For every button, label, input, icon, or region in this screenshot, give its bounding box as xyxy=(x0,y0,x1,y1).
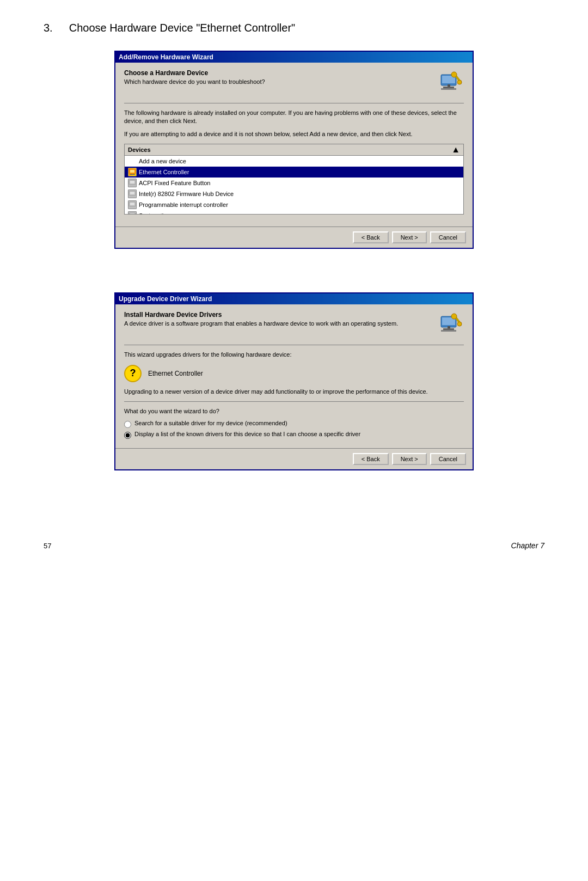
dialog2-cancel-button[interactable]: Cancel xyxy=(430,453,466,465)
intel-label: Intel(r) 82802 Firmware Hub Device xyxy=(139,191,234,197)
device-item-add-new[interactable]: Add a new device xyxy=(125,156,463,167)
radio-display-input[interactable] xyxy=(124,432,131,439)
device-item-programmable[interactable]: Programmable interrupt controller xyxy=(125,199,463,210)
programmable-label: Programmable interrupt controller xyxy=(139,201,228,208)
section-title: Choose Hardware Device "Ethernet Control… xyxy=(69,22,296,34)
intel-icon xyxy=(128,189,137,198)
dialog2-separator2 xyxy=(124,401,464,402)
timer-icon xyxy=(128,211,137,215)
dialog2-header-title: Install Hardware Device Drivers xyxy=(124,311,398,319)
dialog1-next-button[interactable]: Next > xyxy=(392,231,427,243)
dialog2-info2: Upgrading to a newer version of a device… xyxy=(124,388,464,396)
dialog1-back-button[interactable]: < Back xyxy=(353,231,389,243)
devices-list-header: Devices ▲ xyxy=(125,144,463,156)
dialog2-title: Upgrade Device Driver Wizard xyxy=(119,295,212,303)
dialog2-titlebar: Upgrade Device Driver Wizard xyxy=(115,293,473,304)
dialog2-header-text: Install Hardware Device Drivers A device… xyxy=(124,311,398,327)
section-number: 3. xyxy=(44,22,53,34)
device-item-label: Add a new device xyxy=(139,158,186,164)
dialog2-back-button[interactable]: < Back xyxy=(353,453,389,465)
ethernet-controller-icon xyxy=(128,168,137,176)
dialog1-body: Choose a Hardware Device Which hardware … xyxy=(115,63,473,227)
svg-rect-14 xyxy=(130,181,134,183)
svg-point-30 xyxy=(457,322,462,326)
upgrade-driver-dialog: Upgrade Device Driver Wizard Install Har… xyxy=(114,292,474,470)
devices-list-container[interactable]: Devices ▲ Add a new device xyxy=(124,144,464,215)
svg-point-6 xyxy=(451,72,457,77)
dialog2-info1: This wizard upgrades drivers for the fol… xyxy=(124,351,464,359)
dialog2-footer: < Back Next > Cancel xyxy=(115,448,473,469)
dialog1-info2: If you are attempting to add a device an… xyxy=(124,130,464,138)
page-footer: 57 Chapter 7 xyxy=(0,530,588,561)
dialog1-footer: < Back Next > Cancel xyxy=(115,227,473,248)
radio-option-display[interactable]: Display a list of the known drivers for … xyxy=(124,431,464,439)
svg-rect-20 xyxy=(130,213,134,215)
dialog1-header-subtitle: Which hardware device do you want to tro… xyxy=(124,78,265,85)
dialog1-cancel-button[interactable]: Cancel xyxy=(430,231,466,243)
dialog1-header-title: Choose a Hardware Device xyxy=(124,69,265,77)
device-item-acpi[interactable]: ACPI Fixed Feature Button xyxy=(125,178,463,188)
section-heading: 3. Choose Hardware Device "Ethernet Cont… xyxy=(44,22,544,34)
page-number: 57 xyxy=(44,542,51,550)
device-icon-add-new xyxy=(128,157,137,166)
svg-rect-4 xyxy=(448,84,450,87)
dialog1-header: Choose a Hardware Device Which hardware … xyxy=(124,69,464,95)
dialog1-header-text: Choose a Hardware Device Which hardware … xyxy=(124,69,265,85)
hardware-wizard-icon xyxy=(438,69,464,95)
svg-rect-18 xyxy=(130,203,134,205)
radio-search-input[interactable] xyxy=(124,421,131,428)
dialog2-body: Install Hardware Device Drivers A device… xyxy=(115,304,473,448)
svg-point-29 xyxy=(451,314,457,319)
svg-rect-16 xyxy=(130,192,134,194)
ethernet-controller-label: Ethernet Controller xyxy=(139,169,189,175)
device-item-intel[interactable]: Intel(r) 82802 Firmware Hub Device xyxy=(125,188,463,199)
device-name-label: Ethernet Controller xyxy=(148,370,203,377)
hardware-wizard-icon-2 xyxy=(438,311,464,337)
device-item-ethernet[interactable]: Ethernet Controller xyxy=(125,167,463,178)
device-row: ? Ethernet Controller xyxy=(124,365,464,382)
svg-rect-12 xyxy=(130,174,135,175)
device-item-timer[interactable]: System timer xyxy=(125,210,463,215)
chapter-label: Chapter 7 xyxy=(511,541,544,550)
dialog2-next-button[interactable]: Next > xyxy=(392,453,427,465)
acpi-icon xyxy=(128,179,137,187)
timer-label: System timer xyxy=(139,212,174,215)
dialog1-title: Add/Remove Hardware Wizard xyxy=(119,53,213,61)
svg-rect-26 xyxy=(441,330,456,332)
dialog1-separator xyxy=(124,103,464,103)
dialog2-separator xyxy=(124,345,464,345)
acpi-label: ACPI Fixed Feature Button xyxy=(139,180,210,186)
dialog1-info1: The following hardware is already instal… xyxy=(124,109,464,126)
radio-search-label: Search for a suitable driver for my devi… xyxy=(134,420,287,426)
spacer xyxy=(44,276,544,292)
dialog1-titlebar: Add/Remove Hardware Wizard xyxy=(115,52,473,63)
dialog2-header: Install Hardware Device Drivers A device… xyxy=(124,311,464,337)
svg-rect-9 xyxy=(130,170,134,173)
devices-list-label: Devices xyxy=(128,146,151,153)
dialog2-question: What do you want the wizard to do? xyxy=(124,407,464,415)
dialog2-header-subtitle: A device driver is a software program th… xyxy=(124,320,398,327)
unknown-device-icon: ? xyxy=(124,365,142,382)
svg-rect-3 xyxy=(441,88,456,90)
svg-point-7 xyxy=(457,80,462,84)
programmable-icon xyxy=(128,200,137,209)
add-remove-hardware-dialog: Add/Remove Hardware Wizard Choose a Hard… xyxy=(114,51,474,249)
svg-rect-27 xyxy=(448,326,450,328)
radio-option-search[interactable]: Search for a suitable driver for my devi… xyxy=(124,420,464,428)
radio-display-label: Display a list of the known drivers for … xyxy=(134,431,360,437)
scrollbar-up-icon[interactable]: ▲ xyxy=(451,145,460,154)
